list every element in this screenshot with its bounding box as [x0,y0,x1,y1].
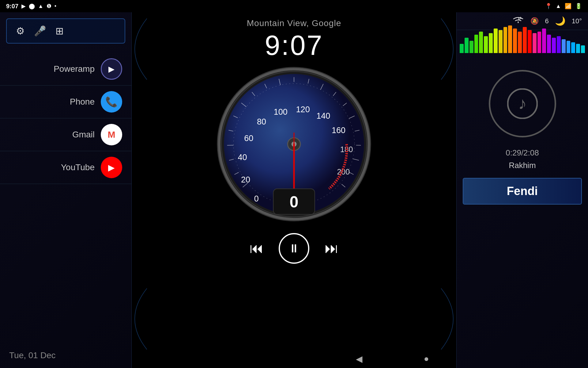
location-text: Mountain View, Google [247,18,341,28]
eq-bar [542,29,546,53]
battery-icon: 🔋 [575,3,582,10]
gmail-icon[interactable]: M [101,124,122,145]
at-icon: ❶ [47,3,51,10]
location-icon: 📍 [545,3,552,10]
track-title: Fendi [469,185,575,198]
right-top-bar: 🔕 6 🌙 10° [457,12,588,30]
poweramp-label: Poweramp [54,64,95,74]
dot-icon: • [55,3,56,10]
signal-number: 6 [545,17,548,25]
up-icon: ▲ [38,3,43,10]
eq-bar [479,32,483,53]
weather-moon-icon: 🌙 [555,16,566,26]
weather-temp: 10° [572,17,582,25]
eq-bar [460,44,464,53]
eq-bar [562,39,566,53]
youtube-label: YouTube [61,163,95,172]
play-icon: ▶ [21,3,26,10]
app-item-poweramp[interactable]: Poweramp ▶ [0,53,131,86]
svg-text:160: 160 [332,126,345,135]
microphone-icon[interactable]: 🎤 [34,25,46,37]
speedometer: 0 20 40 60 80 100 120 140 160 180 200 [214,64,374,224]
signal-bars: 📶 [565,3,571,10]
svg-text:60: 60 [244,134,253,143]
app-item-gmail[interactable]: Gmail M [0,118,131,151]
eq-bar [528,30,532,53]
eq-bar [499,30,503,53]
prev-button[interactable]: ⏮ [250,240,263,256]
track-artist: Rakhim [509,161,536,170]
settings-icon[interactable]: ⚙ [16,25,25,37]
apps-icon[interactable]: ⊞ [55,25,64,37]
home-button[interactable]: ● [424,354,429,364]
left-panel: ⚙ 🎤 ⊞ Poweramp ▶ Phone 📞 Gmail M YouTube [0,12,132,368]
right-panel: 🔕 6 🌙 10° ♪ 0:29/2:08 Rakhim Fendi [456,12,588,368]
eq-bar [552,38,556,53]
eq-bar [567,41,571,53]
eq-bar [484,36,488,53]
eq-bar [523,27,527,53]
eq-bar [469,41,473,53]
time-display: 9:07 [265,30,323,61]
eq-bar [571,42,575,53]
gmail-label: Gmail [72,130,95,140]
status-time-left: 9:07 [6,3,18,10]
eq-bar [533,33,537,53]
svg-text:120: 120 [296,105,310,114]
eq-bar [474,35,478,53]
eq-bar [537,32,541,53]
svg-text:0: 0 [290,193,299,211]
status-left-icons: 9:07 ▶ ⬤ ▲ ❶ • [6,3,56,10]
youtube-icon[interactable]: ▶ [101,157,122,178]
app-list: Poweramp ▶ Phone 📞 Gmail M YouTube ▶ [0,50,131,343]
eq-bar [513,29,517,53]
svg-text:100: 100 [274,107,288,117]
track-title-box: Fendi [463,178,582,205]
svg-text:40: 40 [238,153,247,162]
eq-bar [576,44,580,53]
stop-icon: ⬤ [29,3,35,10]
play-pause-button[interactable]: ⏸ [279,233,309,264]
eq-bar [465,38,469,53]
eq-bar [518,32,522,53]
date-display: Tue, 01 Dec [0,343,131,368]
eq-bar [557,36,561,53]
phone-label: Phone [70,97,95,107]
signal-muted-icon: 🔕 [530,17,539,25]
music-section: ♪ 0:29/2:08 Rakhim Fendi [457,58,588,368]
center-panel: Mountain View, Google 9:07 [132,12,456,368]
status-right-icons: 📍 ▲ 📶 🔋 [545,3,582,10]
eq-bar [489,33,493,53]
equalizer [457,30,588,58]
media-controls: ⏮ ⏸ ⏭ [250,233,338,264]
app-item-phone[interactable]: Phone 📞 [0,86,131,118]
status-bar: 9:07 ▶ ⬤ ▲ ❶ • 📍 ▲ 📶 🔋 [0,0,588,12]
phone-icon[interactable]: 📞 [101,91,122,113]
eq-bar [494,29,498,53]
eq-bar [508,25,512,53]
svg-text:0: 0 [254,194,259,203]
next-button[interactable]: ⏭ [325,240,338,256]
pause-icon: ⏸ [288,242,300,255]
back-button[interactable]: ◀ [356,354,363,364]
track-time: 0:29/2:08 [506,148,539,158]
eq-bar [503,27,507,53]
eq-bar [581,45,585,53]
music-note-icon: ♪ [489,70,556,137]
toolbar: ⚙ 🎤 ⊞ [6,18,125,44]
poweramp-play-button[interactable]: ▶ [101,58,122,80]
svg-text:80: 80 [257,117,266,126]
wifi-icon [512,15,524,27]
svg-text:♪: ♪ [518,94,527,113]
wifi-status-icon: ▲ [556,3,561,10]
svg-text:140: 140 [316,111,330,121]
app-item-youtube[interactable]: YouTube ▶ [0,151,131,184]
svg-text:20: 20 [241,175,250,184]
eq-bar [547,35,551,53]
